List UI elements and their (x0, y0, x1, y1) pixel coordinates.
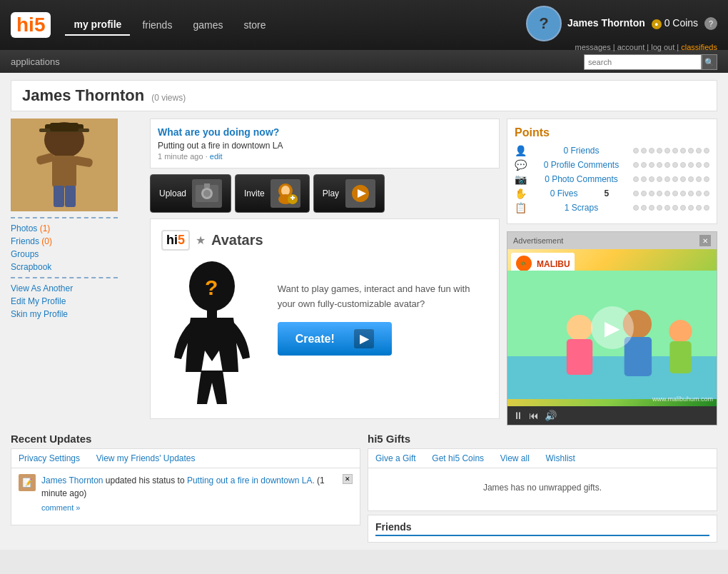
nav-store[interactable]: store (235, 15, 274, 35)
nav-friends[interactable]: friends (133, 15, 181, 35)
profile-name: James Thornton (22, 86, 144, 105)
scraps-dots (633, 205, 709, 211)
update-user-link[interactable]: James Thornton (41, 475, 103, 485)
privacy-settings-link[interactable]: Privacy Settings (19, 453, 80, 463)
left-nav: Photos (1) Friends (0) Groups Scrapbook (11, 222, 143, 273)
ad-close-button[interactable]: ✕ (699, 235, 711, 246)
comment-link[interactable]: comment » (41, 502, 353, 514)
svg-rect-8 (54, 186, 64, 207)
left-divider2 (11, 277, 118, 278)
ad-play-button[interactable]: ▶ (591, 306, 634, 349)
friends-underline (375, 535, 709, 536)
points-row-profile: 💬 0 Profile Comments (515, 159, 709, 171)
invite-button[interactable]: Invite (235, 174, 310, 213)
classifieds-link[interactable]: classifieds (681, 43, 717, 51)
svg-rect-9 (65, 186, 76, 207)
hand-icon: ✋ (515, 188, 527, 199)
avatar-silhouette: ? (166, 258, 258, 408)
edit-profile-link[interactable]: Edit My Profile (11, 295, 143, 308)
search-input[interactable] (584, 54, 702, 70)
search-bar: 🔍 (584, 54, 717, 70)
upload-button[interactable]: Upload (150, 174, 231, 213)
fives-link[interactable]: 0 Fives (550, 188, 578, 198)
friends-dots (633, 148, 709, 153)
prev-button[interactable]: ⏮ (529, 410, 539, 421)
update-close-button[interactable]: ✕ (343, 474, 353, 484)
left-links: View As Another Edit My Profile Skin my … (11, 282, 143, 321)
gifts-sep3 (535, 453, 540, 463)
svg-rect-24 (207, 309, 217, 318)
give-gift-link[interactable]: Give a Gift (375, 453, 416, 463)
status-time: 1 minute ago (158, 152, 203, 161)
user-links: messages | account | log out | classifie… (575, 43, 717, 51)
svg-rect-19 (292, 196, 293, 200)
scraps-link[interactable]: 1 Scraps (565, 203, 598, 213)
fives-num: 5 (598, 188, 609, 198)
right-col: Points 👤 0 Friends 💬 0 Profile Comments (507, 119, 717, 426)
create-label: Create! (295, 333, 335, 346)
friends-link[interactable]: Friends (0) (11, 235, 143, 248)
volume-button[interactable]: 🔊 (545, 410, 557, 421)
play-button[interactable]: Play (313, 174, 385, 213)
scrapbook-link[interactable]: Scrapbook (11, 261, 143, 273)
status-meta: 1 minute ago · edit (158, 152, 492, 161)
account-link[interactable]: account (617, 43, 645, 51)
status-box: What are you doing now? Putting out a fi… (150, 119, 500, 168)
avatars-text: Avatars (211, 232, 263, 248)
gifts-content: James has no unwrapped gifts. (368, 468, 717, 511)
nav-my-profile[interactable]: my profile (65, 14, 130, 36)
skin-profile-link[interactable]: Skin my Profile (11, 308, 143, 321)
pause-button[interactable]: ⏸ (513, 410, 523, 421)
photos-link[interactable]: Photos (1) (11, 222, 143, 235)
view-as-link[interactable]: View As Another (11, 282, 143, 295)
svg-rect-13 (204, 183, 210, 188)
username-text: James Thornton (567, 17, 645, 29)
points-title: Points (515, 126, 709, 139)
svg-rect-34 (669, 341, 691, 373)
ad-content: 🌴 MALIBU ▶ (507, 249, 717, 406)
logout-link[interactable]: log out (651, 43, 674, 51)
update-text: James Thornton updated his status to Put… (41, 474, 353, 514)
get-coins-link[interactable]: Get hi5 Coins (432, 453, 484, 463)
ad-box: Advertisement ✕ 🌴 MALIBU (507, 231, 717, 426)
status-edit-link[interactable]: edit (210, 152, 223, 161)
messages-link[interactable]: messages (575, 43, 611, 51)
svg-rect-4 (50, 123, 79, 131)
svg-text:🌴: 🌴 (520, 261, 527, 268)
updates-divider (86, 453, 91, 463)
coins-circle: ● (652, 19, 662, 29)
svg-text:?: ? (205, 276, 218, 299)
nav-games[interactable]: games (184, 15, 231, 35)
search-button[interactable]: 🔍 (702, 54, 717, 70)
friends-points-link[interactable]: 0 Friends (563, 146, 599, 156)
profile-dots (633, 162, 709, 168)
status-question: What are you doing now? (158, 126, 492, 138)
status-text: Putting out a fire in downtown LA (158, 141, 492, 151)
create-avatar-button[interactable]: Create! ▶ (278, 322, 392, 356)
logo[interactable]: hi5 (11, 12, 51, 38)
fives-dots (633, 191, 709, 196)
center-col: What are you doing now? Putting out a fi… (150, 119, 500, 426)
points-row-scraps: 📋 1 Scraps (515, 202, 709, 213)
header-right: ? James Thornton ● 0 Coins ? messages | … (526, 6, 717, 70)
camera-icon: 📷 (515, 173, 527, 185)
coins-badge: ● 0 Coins (652, 17, 701, 29)
update-status-link[interactable]: Putting out a fire in downtown LA. (187, 475, 315, 485)
profile-comments-link[interactable]: 0 Profile Comments (544, 160, 619, 170)
photo-comments-link[interactable]: 0 Photo Comments (545, 174, 618, 184)
view-all-link[interactable]: View all (500, 453, 530, 463)
scrap-icon: 📋 (515, 202, 527, 213)
upload-label: Upload (159, 188, 186, 198)
recent-updates-title: Recent Updates (11, 433, 360, 445)
help-icon[interactable]: ? (704, 17, 717, 30)
wishlist-link[interactable]: Wishlist (546, 453, 575, 463)
friends-updates-link[interactable]: View my Friends' Updates (96, 453, 196, 463)
groups-link[interactable]: Groups (11, 248, 143, 261)
coins-text: 0 Coins (664, 17, 698, 29)
avatars-logo-box: hi5 (161, 230, 190, 251)
avatar-description: Want to play games, interact and have fu… (278, 282, 488, 312)
status-left: What are you doing now? Putting out a fi… (158, 126, 492, 161)
profile-photo (11, 119, 118, 211)
ad-watermark: www.malibuhum.com (652, 396, 713, 403)
avatar-promo: hi5 ★ Avatars ? (150, 218, 500, 419)
